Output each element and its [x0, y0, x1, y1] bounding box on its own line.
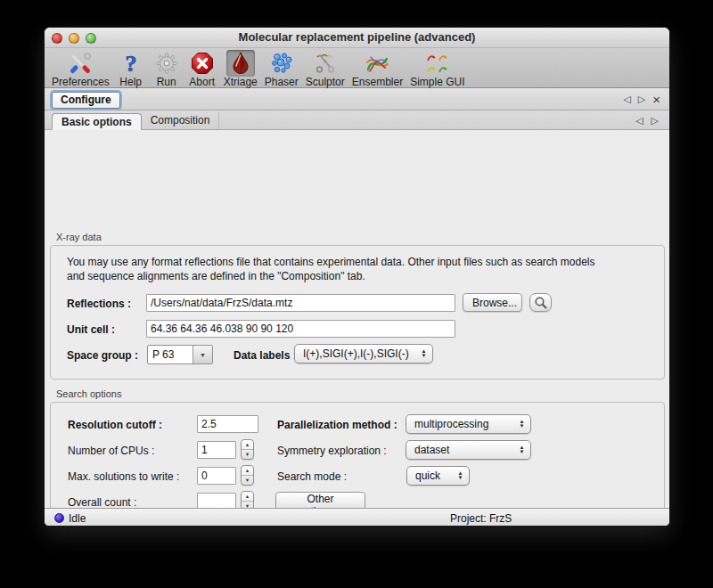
- toolbar-label: Simple GUI: [410, 77, 464, 87]
- xray-section-title: X-ray data: [56, 232, 102, 242]
- data-labels-value: I(+),SIGI(+),I(-),SIGI(-): [295, 347, 418, 360]
- xray-intro-text: You may use any format reflections file …: [67, 255, 612, 283]
- search-section-title: Search options: [56, 388, 121, 399]
- space-group-label: Space group :: [67, 349, 138, 362]
- toolbar-button-xtriage[interactable]: Xtriage: [224, 50, 258, 87]
- tab-composition[interactable]: Composition: [142, 112, 220, 129]
- max-solutions-input[interactable]: [197, 467, 236, 485]
- toolbar-label: Abort: [189, 77, 215, 87]
- toolbar-button-sculptor[interactable]: Sculptor: [306, 50, 345, 87]
- toolbar-button-phaser[interactable]: Phaser: [265, 50, 299, 87]
- search-mode-label: Search mode :: [277, 470, 347, 483]
- popup-updown-icon: ▲▼: [516, 420, 528, 429]
- number-of-cpus-label: Number of CPUs :: [68, 445, 154, 457]
- next-subtab-icon[interactable]: ▷: [652, 113, 659, 127]
- toolbar-label: Ensembler: [352, 77, 403, 87]
- status-text: Idle: [69, 512, 86, 525]
- sculptor-scissors-icon: [311, 50, 340, 77]
- ensembler-ribbons-icon: [363, 50, 391, 77]
- stepper-up-icon[interactable]: ▲: [242, 492, 253, 502]
- toolbar-button-simple-gui[interactable]: Simple GUI: [410, 50, 464, 87]
- help-question-icon: ?: [117, 50, 145, 77]
- xray-groupbox: You may use any format reflections file …: [50, 245, 665, 380]
- prev-tab-icon[interactable]: ◁: [623, 92, 630, 106]
- stepper-down-icon[interactable]: ▼: [242, 476, 253, 485]
- notebook-tab-bar: Configure ◁ ▷ ×: [45, 88, 669, 110]
- statusbar: Idle Project: FrzS: [45, 508, 669, 527]
- reflections-input[interactable]: [146, 294, 455, 312]
- parallelization-method-value: multiprocessing: [406, 418, 516, 430]
- toolbar-label: Run: [157, 77, 176, 87]
- reflections-label: Reflections :: [67, 298, 131, 310]
- toolbar-button-abort[interactable]: Abort: [188, 50, 217, 87]
- data-labels-popup[interactable]: I(+),SIGI(+),I(-),SIGI(-) ▲▼: [294, 344, 433, 363]
- phaser-molecules-icon: [267, 50, 296, 77]
- popup-updown-icon: ▲▼: [455, 471, 466, 480]
- svg-text:?: ?: [125, 52, 136, 75]
- status-indicator-icon: [54, 513, 64, 523]
- toolbar: Preferences ? Help: [45, 48, 669, 88]
- tab-composition-label: Composition: [151, 114, 210, 127]
- symmetry-exploration-popup[interactable]: dataset ▲▼: [406, 440, 531, 460]
- preferences-tools-icon: [66, 50, 94, 77]
- unit-cell-input[interactable]: [146, 320, 455, 338]
- symmetry-exploration-value: dataset: [406, 444, 516, 456]
- toolbar-button-help[interactable]: ? Help: [117, 50, 145, 87]
- overall-count-label: Overall count :: [68, 496, 136, 509]
- toolbar-button-run[interactable]: Run: [152, 50, 181, 87]
- abort-stop-icon: [188, 50, 217, 77]
- app-window: Molecular replacement pipeline (advanced…: [44, 27, 670, 527]
- window-title: Molecular replacement pipeline (advanced…: [45, 30, 669, 44]
- toolbar-label: Help: [119, 77, 142, 87]
- resolution-cutoff-input[interactable]: [197, 415, 258, 433]
- space-group-value: P 63: [148, 346, 193, 363]
- stepper-up-icon[interactable]: ▲: [242, 466, 253, 476]
- reflections-search-icon[interactable]: [529, 293, 552, 312]
- symmetry-exploration-label: Symmetry exploration :: [277, 445, 387, 457]
- stepper-down-icon[interactable]: ▼: [242, 450, 253, 459]
- max-solutions-stepper[interactable]: ▲ ▼: [241, 465, 254, 486]
- tab-basic-options-label: Basic options: [61, 116, 132, 128]
- tab-configure-label: Configure: [61, 94, 111, 106]
- search-mode-value: quick: [407, 470, 455, 482]
- toolbar-label: Xtriage: [224, 77, 258, 87]
- project-label: Project: FrzS: [450, 512, 512, 525]
- parallelization-method-popup[interactable]: multiprocessing ▲▼: [406, 414, 531, 434]
- data-labels-label: Data labels :: [234, 349, 297, 362]
- titlebar[interactable]: Molecular replacement pipeline (advanced…: [45, 28, 669, 48]
- prev-subtab-icon[interactable]: ◁: [635, 113, 643, 127]
- space-group-dropdown-icon[interactable]: ▼: [193, 346, 212, 363]
- basic-options-panel: X-ray data You may use any format reflec…: [45, 130, 669, 508]
- simple-gui-arrows-icon: [423, 50, 452, 77]
- run-gear-icon: [152, 50, 181, 77]
- max-solutions-label: Max. solutions to write :: [68, 470, 179, 483]
- parallelization-method-label: Parallelization method :: [277, 419, 397, 431]
- space-group-combo[interactable]: P 63 ▼: [147, 345, 213, 364]
- search-mode-popup[interactable]: quick ▲▼: [406, 466, 470, 486]
- toolbar-label: Phaser: [265, 77, 299, 87]
- popup-updown-icon: ▲▼: [418, 349, 430, 358]
- close-tab-icon[interactable]: ×: [652, 93, 660, 106]
- stepper-up-icon[interactable]: ▲: [242, 440, 253, 450]
- tab-basic-options[interactable]: Basic options: [52, 113, 142, 130]
- unit-cell-label: Unit cell :: [67, 323, 115, 336]
- resolution-cutoff-label: Resolution cutoff :: [68, 419, 162, 431]
- popup-updown-icon: ▲▼: [516, 445, 528, 454]
- reflections-browse-button[interactable]: Browse...: [463, 293, 522, 312]
- screen-background: Molecular replacement pipeline (advanced…: [0, 0, 713, 588]
- toolbar-label: Sculptor: [306, 77, 345, 87]
- number-of-cpus-input[interactable]: [197, 441, 236, 459]
- xtriage-drop-icon: [226, 50, 255, 77]
- toolbar-label: Preferences: [52, 77, 110, 87]
- next-tab-icon[interactable]: ▷: [638, 92, 645, 106]
- number-of-cpus-stepper[interactable]: ▲ ▼: [241, 439, 254, 460]
- toolbar-button-ensembler[interactable]: Ensembler: [352, 50, 403, 87]
- toolbar-button-preferences[interactable]: Preferences: [52, 50, 110, 87]
- tab-configure[interactable]: Configure: [52, 92, 120, 109]
- subtab-bar: Basic options Composition ◁ ▷: [45, 110, 669, 130]
